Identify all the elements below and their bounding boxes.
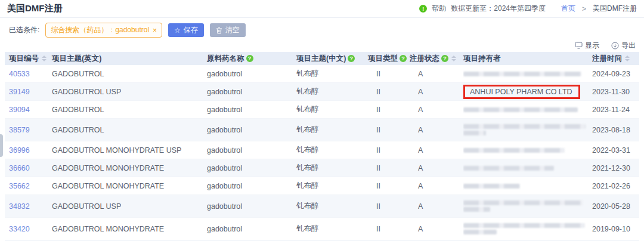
column-header-label: 项目编号: [9, 54, 39, 64]
cell-registration-status: A: [410, 83, 463, 101]
question-circle-icon[interactable]: ?: [348, 55, 355, 62]
filter-tag-text: 综合搜索（药品）：gadobutrol: [51, 25, 149, 35]
cell-project-type: II: [368, 65, 410, 83]
cell-api-name: gadobutrol: [207, 195, 296, 218]
cell-subject-cn: 钆布醇: [296, 65, 368, 83]
cell-project-id: 39149: [5, 83, 52, 101]
redacted-holder-text: [463, 148, 565, 153]
cell-registration-status: A: [410, 141, 463, 159]
cell-project-id: 36996: [5, 141, 52, 159]
filter-tag[interactable]: 综合搜索（药品）：gadobutrol ×: [45, 23, 162, 38]
cell-subject-cn: 钆布醇: [296, 83, 368, 101]
cell-project-type: II: [368, 177, 410, 195]
table-toolbar: 显示 导出: [0, 41, 644, 52]
column-header-label: 项目持有者: [463, 54, 501, 64]
selected-filters-bar: 已选条件: 综合搜索（药品）：gadobutrol × ☆ 保存 清空: [0, 18, 644, 41]
project-id-link[interactable]: 38579: [9, 126, 30, 134]
project-id-link[interactable]: 39094: [9, 106, 30, 114]
side-drawer-handle[interactable]: [0, 134, 3, 157]
exclamation-circle-icon: !: [419, 5, 427, 13]
cell-registration-status: A: [410, 159, 463, 177]
cell-subject-en: GADOBUTROL: [52, 119, 207, 141]
table-row: 35662GADOBUTROL MONOHYDRATEgadobutrol钆布醇…: [5, 177, 639, 195]
table-row: 40533GADOBUTROLgadobutrol钆布醇IIA2024-09-2…: [5, 65, 639, 83]
table-row: 36996GADOBUTROL MONOHYDRATE USPgadobutro…: [5, 141, 639, 159]
cell-subject-en: GADOBUTROL: [52, 101, 207, 119]
project-id-link[interactable]: 40533: [9, 70, 30, 78]
column-header-label: 注册时间: [592, 54, 622, 64]
trash-icon: [216, 27, 222, 34]
column-header: 原料药名称?: [207, 52, 296, 65]
cell-project-type: II: [368, 83, 410, 101]
cell-registration-date: 2023-11-30: [592, 83, 639, 101]
column-header: 项目主题(中文)?: [296, 52, 368, 65]
sort-carets-icon[interactable]: [42, 55, 47, 61]
help-link[interactable]: 帮助: [432, 4, 446, 14]
cell-subject-cn: 钆布醇: [296, 218, 368, 240]
selected-filters-label: 已选条件:: [9, 25, 39, 35]
cell-registration-date: 2021-12-30: [592, 159, 639, 177]
cell-api-name: gadobutrol: [207, 141, 296, 159]
redacted-holder-text: [463, 107, 578, 112]
cell-registration-status: A: [410, 218, 463, 240]
cell-holder: [463, 195, 592, 218]
clear-button[interactable]: 清空: [210, 23, 246, 37]
cell-project-id: 40533: [5, 65, 52, 83]
project-id-link[interactable]: 35662: [9, 182, 30, 190]
cell-project-id: 38579: [5, 119, 52, 141]
redacted-holder-text: [463, 223, 585, 228]
project-id-link[interactable]: 36996: [9, 146, 30, 155]
cell-project-type: II: [368, 101, 410, 119]
cell-api-name: gadobutrol: [207, 101, 296, 119]
cell-api-name: gadobutrol: [207, 65, 296, 83]
cell-project-type: II: [368, 159, 410, 177]
redacted-holder-text: [463, 207, 490, 212]
project-id-link[interactable]: 36660: [9, 164, 30, 172]
redacted-holder-text: [463, 230, 497, 234]
sort-carets-icon[interactable]: [451, 55, 456, 61]
cell-subject-en: GADOBUTROL MONOHYDRATE USP: [52, 141, 207, 159]
data-updated-text: 数据更新至：2024年第四季度: [451, 4, 546, 14]
cell-holder: [463, 159, 592, 177]
cell-project-id: 33420: [5, 218, 52, 240]
export-button[interactable]: 导出: [611, 41, 636, 51]
cell-subject-en: GADOBUTROL USP: [52, 195, 207, 218]
cell-holder: [463, 65, 592, 83]
cell-holder: [463, 218, 592, 240]
column-header-label: 项目主题(英文): [52, 54, 101, 64]
cell-registration-date: 2021-02-26: [592, 177, 639, 195]
cell-subject-en: GADOBUTROL MONOHYDRATE: [52, 218, 207, 240]
close-icon[interactable]: ×: [153, 26, 157, 35]
cell-registration-date: 2023-11-24: [592, 101, 639, 119]
question-circle-icon[interactable]: ?: [400, 55, 407, 62]
redacted-holder-text: [463, 72, 581, 76]
column-header[interactable]: 注册状态?: [410, 52, 463, 65]
table-row: 34832GADOBUTROL USPgadobutrol钆布醇IIA2020-…: [5, 195, 639, 218]
project-id-link[interactable]: 34832: [9, 202, 30, 211]
cell-api-name: gadobutrol: [207, 159, 296, 177]
save-button[interactable]: ☆ 保存: [168, 23, 204, 37]
cell-registration-date: 2019-09-10: [592, 218, 639, 240]
column-header: 项目持有者: [463, 52, 592, 65]
column-header[interactable]: 项目类型?: [368, 52, 410, 65]
cell-api-name: gadobutrol: [207, 218, 296, 240]
project-id-link[interactable]: 39149: [9, 88, 30, 96]
cell-subject-en: GADOBUTROL: [52, 65, 207, 83]
cell-holder: ANHUI POLY PHARM CO LTD: [463, 83, 592, 101]
question-circle-icon[interactable]: ?: [441, 55, 448, 62]
cell-registration-status: A: [410, 195, 463, 218]
display-settings-button[interactable]: 显示: [575, 41, 599, 51]
project-id-link[interactable]: 33420: [9, 225, 30, 233]
table-row: 36660GADOBUTROL MONOHYDRATEgadobutrol钆布醇…: [5, 159, 639, 177]
breadcrumb-home-link[interactable]: 首页: [561, 4, 575, 14]
export-label: 导出: [621, 41, 636, 51]
question-circle-icon[interactable]: ?: [246, 55, 253, 62]
table-row: 38579GADOBUTROLgadobutrol钆布醇IIA2023-08-1…: [5, 119, 639, 141]
sort-carets-icon[interactable]: [625, 55, 630, 61]
cell-subject-cn: 钆布醇: [296, 195, 368, 218]
table-header-row: 项目编号项目主题(英文)原料药名称?项目主题(中文)?项目类型?注册状态?项目持…: [5, 52, 639, 65]
column-header[interactable]: 注册时间: [592, 52, 639, 65]
cell-api-name: gadobutrol: [207, 83, 296, 101]
table-row: 39094GADOBUTROLgadobutrol钆布醇IIA2023-11-2…: [5, 101, 639, 119]
column-header[interactable]: 项目编号: [5, 52, 52, 65]
